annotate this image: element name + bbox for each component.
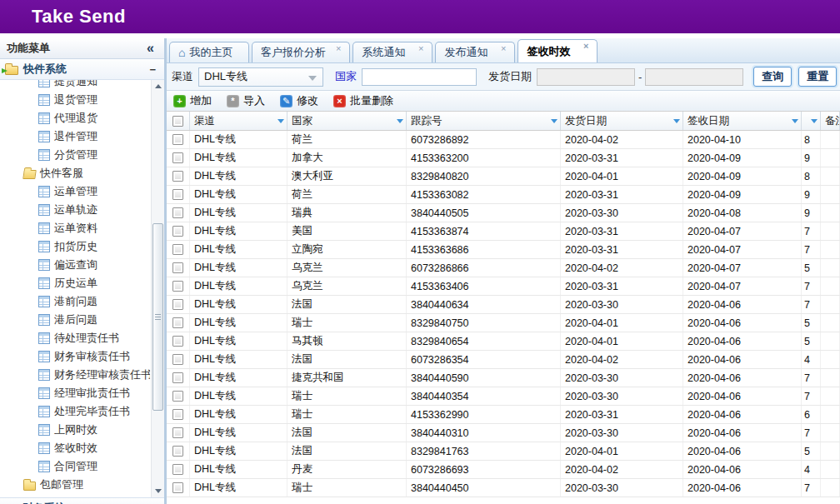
tree-item[interactable]: 快件客服 xyxy=(0,164,150,182)
filter-icon[interactable] xyxy=(811,119,818,123)
row-checkbox[interactable] xyxy=(172,354,183,365)
tab[interactable]: 客户报价分析 × xyxy=(252,42,350,62)
row-checkbox[interactable] xyxy=(172,281,183,292)
row-checkbox[interactable] xyxy=(172,152,183,163)
tab-close-icon[interactable]: × xyxy=(491,44,506,53)
column-header[interactable] xyxy=(802,112,821,130)
column-header[interactable]: 跟踪号 xyxy=(407,112,561,130)
tree-item[interactable]: 运单轨迹 xyxy=(0,201,150,219)
table-row[interactable]: DHL专线 瑞士 3840440450 2020-03-30 2020-04-0… xyxy=(167,479,840,497)
tree-item[interactable]: 扣货历史 xyxy=(0,237,150,256)
table-row[interactable]: DHL专线 加拿大 4153363200 2020-03-31 2020-04-… xyxy=(167,149,840,167)
collapse-section-icon[interactable]: − xyxy=(149,63,156,76)
date-to-input[interactable] xyxy=(645,68,743,86)
table-row[interactable]: DHL专线 瑞典 3840440505 2020-03-30 2020-04-0… xyxy=(167,204,840,222)
tree-item[interactable]: 港后问题 xyxy=(0,311,150,329)
scroll-down-icon[interactable] xyxy=(152,484,165,497)
table-row[interactable]: DHL专线 乌克兰 4153363406 2020-03-31 2020-04-… xyxy=(167,277,840,296)
row-checkbox[interactable] xyxy=(172,409,183,420)
query-button[interactable]: 查询 xyxy=(753,67,792,87)
row-checkbox[interactable] xyxy=(172,134,183,145)
tree-item[interactable]: 代理退货 xyxy=(0,109,150,127)
column-header[interactable]: 发货日期 xyxy=(561,112,683,130)
column-header[interactable]: 国家 xyxy=(288,112,407,130)
sidebar-scrollbar[interactable] xyxy=(151,80,164,497)
table-row[interactable]: DHL专线 立陶宛 4153363686 2020-03-31 2020-04-… xyxy=(167,241,840,259)
tree-item[interactable]: 财务经理审核责任书 xyxy=(0,366,150,384)
tree-item[interactable]: 处理完毕责任书 xyxy=(0,402,150,421)
toolbar-button[interactable]: + 增加 xyxy=(173,93,212,108)
row-checkbox[interactable] xyxy=(172,189,183,200)
filter-icon[interactable] xyxy=(551,119,558,123)
tree-item[interactable]: 上网时效 xyxy=(0,421,150,439)
tab-close-icon[interactable]: × xyxy=(408,44,423,53)
tree-item[interactable]: 退件管理 xyxy=(0,127,150,146)
row-checkbox[interactable] xyxy=(172,207,183,218)
tree-item[interactable]: 分货管理 xyxy=(0,146,150,164)
tree-item[interactable]: 偏远查询 xyxy=(0,256,150,274)
tree-item[interactable]: 经理审批责任书 xyxy=(0,384,150,402)
filter-icon[interactable] xyxy=(278,119,284,123)
row-checkbox[interactable] xyxy=(172,244,183,255)
table-row[interactable]: DHL专线 荷兰 6073286892 2020-04-02 2020-04-1… xyxy=(167,131,840,149)
filter-icon[interactable] xyxy=(673,119,680,123)
tab[interactable]: 签收时效 × xyxy=(518,39,598,62)
table-row[interactable]: DHL专线 法国 6073286354 2020-04-02 2020-04-0… xyxy=(167,351,840,369)
row-checkbox[interactable] xyxy=(172,336,183,347)
table-row[interactable]: DHL专线 荷兰 4153363082 2020-03-31 2020-04-0… xyxy=(167,186,840,204)
table-row[interactable]: DHL专线 法国 8329841763 2020-04-01 2020-04-0… xyxy=(167,442,840,461)
tab-close-icon[interactable]: × xyxy=(326,44,341,53)
tree-item[interactable]: 退货管理 xyxy=(0,91,150,109)
tab-close-icon[interactable]: × xyxy=(573,42,588,51)
column-header[interactable]: 签收日期 xyxy=(683,112,802,130)
row-checkbox[interactable] xyxy=(172,171,183,182)
row-checkbox[interactable] xyxy=(172,391,183,402)
row-checkbox[interactable] xyxy=(172,427,183,438)
row-checkbox[interactable] xyxy=(172,317,183,328)
sidebar-section-express[interactable]: 快件系统 − xyxy=(0,59,164,80)
tab[interactable]: 发布通知 × xyxy=(435,42,515,62)
tree-item[interactable]: 合同管理 xyxy=(0,457,150,476)
sidebar-section-finance[interactable]: 财务系统 xyxy=(0,497,164,504)
reset-button[interactable]: 重置 xyxy=(798,67,837,87)
column-header[interactable]: 渠道 xyxy=(190,112,288,130)
toolbar-button[interactable]: ✎ 修改 xyxy=(280,93,318,108)
table-row[interactable]: DHL专线 瑞士 4153362990 2020-03-31 2020-04-0… xyxy=(167,406,840,424)
filter-icon[interactable] xyxy=(397,119,403,123)
row-checkbox[interactable] xyxy=(172,482,183,493)
table-row[interactable]: DHL专线 澳大利亚 8329840820 2020-04-01 2020-04… xyxy=(167,167,840,186)
tab[interactable]: 系统通知 × xyxy=(352,42,432,62)
table-row[interactable]: DHL专线 美国 4153363874 2020-03-31 2020-04-0… xyxy=(167,222,840,241)
channel-select[interactable]: DHL专线 xyxy=(198,67,323,87)
collapse-sidebar-icon[interactable]: « xyxy=(147,42,154,55)
tree-item[interactable]: 运单管理 xyxy=(0,182,150,201)
row-checkbox[interactable] xyxy=(172,226,183,237)
toolbar-button[interactable]: × 批量删除 xyxy=(333,93,393,108)
row-checkbox[interactable] xyxy=(172,464,183,475)
tree-item[interactable]: 历史运单 xyxy=(0,274,150,292)
toolbar-button[interactable]: * 导入 xyxy=(227,93,265,108)
table-row[interactable]: DHL专线 捷克共和国 3840440590 2020-03-30 2020-0… xyxy=(167,369,840,387)
scroll-up-icon[interactable] xyxy=(152,80,165,93)
table-row[interactable]: DHL专线 法国 3840440634 2020-03-30 2020-04-0… xyxy=(167,296,840,314)
table-row[interactable]: DHL专线 瑞士 8329840750 2020-04-01 2020-04-0… xyxy=(167,314,840,332)
country-input[interactable] xyxy=(362,68,477,86)
tab[interactable]: ⌂ 我的主页 xyxy=(169,42,249,62)
select-all-checkbox[interactable] xyxy=(172,116,183,127)
table-row[interactable]: DHL专线 乌克兰 6073286866 2020-04-02 2020-04-… xyxy=(167,259,840,277)
table-row[interactable]: DHL专线 瑞士 3840440354 2020-03-30 2020-04-0… xyxy=(167,387,840,406)
table-row[interactable]: DHL专线 丹麦 6073286693 2020-04-02 2020-04-0… xyxy=(167,461,840,479)
row-checkbox[interactable] xyxy=(172,262,183,273)
row-checkbox[interactable] xyxy=(172,446,183,457)
tree-item[interactable]: 签收时效 xyxy=(0,439,150,457)
table-row[interactable]: DHL专线 马其顿 8329840654 2020-04-01 2020-04-… xyxy=(167,332,840,351)
row-checkbox[interactable] xyxy=(172,299,183,310)
tree-item[interactable]: 包邮管理 xyxy=(0,476,150,494)
table-row[interactable]: DHL专线 法国 3840440310 2020-03-30 2020-04-0… xyxy=(167,424,840,442)
tree-item[interactable]: 提货通知 xyxy=(0,80,150,91)
tree-item[interactable]: 待处理责任书 xyxy=(0,329,150,347)
filter-icon[interactable] xyxy=(792,119,798,123)
scroll-thumb[interactable] xyxy=(152,223,163,411)
date-from-input[interactable] xyxy=(537,68,635,86)
row-checkbox[interactable] xyxy=(172,372,183,383)
